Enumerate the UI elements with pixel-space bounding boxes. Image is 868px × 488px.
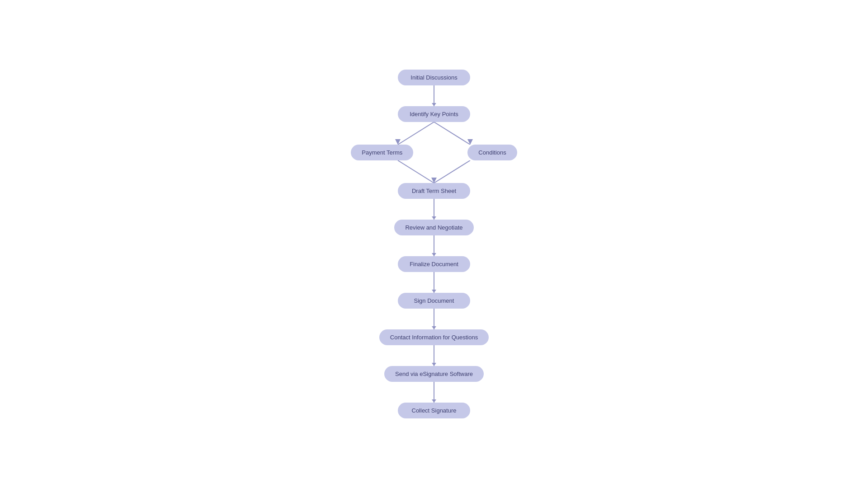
node-review-and-negotiate: Review and Negotiate — [394, 220, 473, 235]
node-contact-information: Contact Information for Questions — [379, 329, 489, 345]
branch-payment-terms: Payment Terms — [351, 145, 413, 160]
connector-3 — [434, 235, 434, 256]
connector-6 — [434, 345, 434, 366]
connector-7 — [434, 382, 434, 403]
node-finalize-document: Finalize Document — [398, 256, 470, 272]
connector-2 — [434, 199, 434, 220]
node-sign-document: Sign Document — [398, 293, 470, 309]
branch-conditions: Conditions — [467, 145, 517, 160]
node-initial-discussions: Initial Discussions — [398, 70, 470, 85]
svg-line-1 — [434, 122, 470, 145]
connector-5 — [434, 309, 434, 329]
branch-row: Payment Terms Conditions — [344, 145, 524, 160]
node-collect-signature: Collect Signature — [398, 403, 470, 418]
connector-4 — [434, 272, 434, 293]
node-draft-term-sheet: Draft Term Sheet — [398, 183, 470, 199]
node-identify-key-points: Identify Key Points — [398, 106, 470, 122]
node-conditions: Conditions — [467, 145, 517, 160]
connector-1 — [434, 85, 434, 106]
svg-line-4 — [398, 160, 434, 183]
flowchart-diagram: Initial Discussions Identify Key Points … — [344, 70, 524, 418]
branch-split-svg — [375, 122, 493, 145]
svg-line-0 — [398, 122, 434, 145]
branch-merge-svg — [375, 160, 493, 183]
node-send-via-esignature: Send via eSignature Software — [384, 366, 484, 382]
node-payment-terms: Payment Terms — [351, 145, 413, 160]
svg-line-5 — [434, 160, 470, 183]
